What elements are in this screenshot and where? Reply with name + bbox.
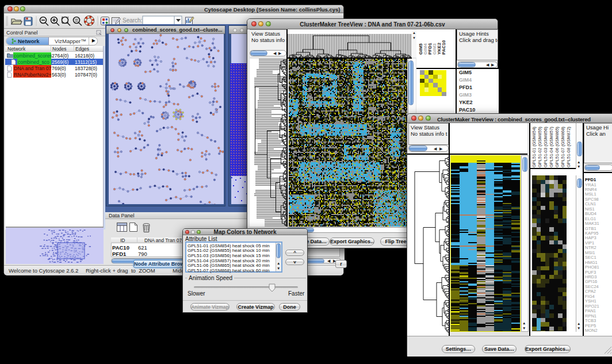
svg-text:Search:: Search:	[123, 17, 142, 24]
